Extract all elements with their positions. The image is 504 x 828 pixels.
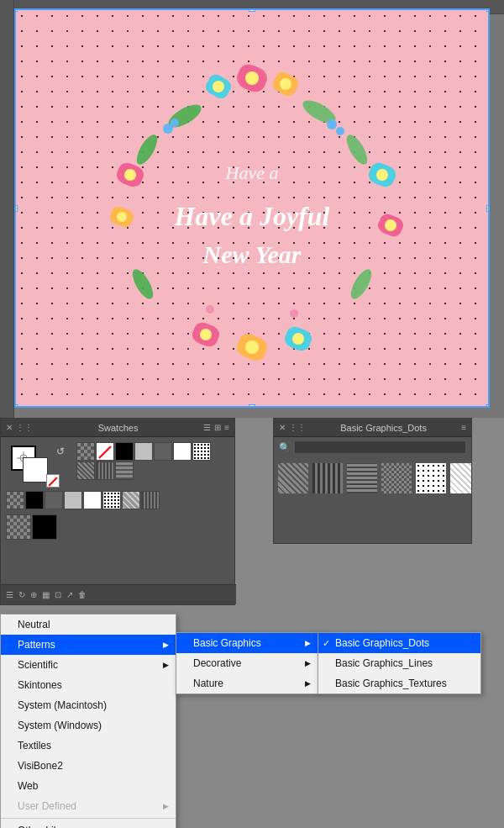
handle-bl[interactable] (14, 404, 18, 408)
swatches-grid-icon[interactable]: ⊞ (214, 423, 221, 432)
bg-search-icon: 🔍 (279, 442, 291, 453)
svg-point-32 (133, 131, 161, 167)
bg-expand-icon[interactable]: ⋮⋮ (289, 423, 306, 432)
svg-point-33 (343, 131, 371, 167)
menu-level1: Neutral Patterns Scientific Skintones Sy… (0, 614, 176, 828)
menu-basic-graphics[interactable]: Basic Graphics (176, 633, 318, 653)
menu-basic-graphics-lines[interactable]: Basic Graphics_Lines (318, 653, 480, 673)
swatches-list-view[interactable]: ☰ (6, 590, 13, 599)
color-pickers[interactable]: ↺ (11, 446, 70, 488)
swatches-move-icon[interactable]: ↗ (66, 590, 73, 599)
menu-neutral[interactable]: Neutral (1, 614, 176, 635)
handle-br[interactable] (486, 404, 490, 408)
canvas-area: Have a Have a Joyful New Year (0, 0, 504, 418)
swatch2-checker[interactable] (6, 491, 24, 509)
svg-point-35 (347, 266, 375, 302)
menu-basic-graphics-textures[interactable]: Basic Graphics_Textures (318, 673, 480, 694)
handle-ml[interactable] (14, 205, 18, 212)
swatches-menu-icon[interactable]: ≡ (224, 423, 229, 432)
bg-swatch-5[interactable] (449, 462, 471, 494)
menu-nature[interactable]: Nature (176, 673, 318, 694)
swatch-pattern1[interactable] (76, 461, 95, 480)
basic-graphics-panel: ✕ ⋮⋮ Basic Graphics_Dots ≡ 🔍 6 dpi 20% ☰… (273, 418, 472, 544)
swatch2-horiz[interactable] (141, 491, 160, 509)
swatches-collapse-icon[interactable]: ✕ (6, 423, 13, 432)
canvas-background[interactable]: Have a Have a Joyful New Year (14, 8, 490, 408)
swatch3-black[interactable] (32, 514, 57, 540)
swatch-none[interactable] (96, 442, 114, 461)
menu-separator (1, 818, 176, 819)
swatch2-ltgray[interactable] (64, 491, 82, 509)
bg-swatch-2[interactable] (312, 462, 344, 494)
menu-basic-graphics-dots[interactable]: Basic Graphics_Dots (318, 633, 480, 653)
swatch-pattern2[interactable] (96, 461, 114, 480)
floral-wreath: Have a Have a Joyful New Year (84, 49, 420, 368)
swatches-panel-header: ✕ ⋮⋮ Swatches ☰ ⊞ ≡ (1, 419, 234, 437)
svg-point-14 (117, 212, 127, 222)
menu-level2: Basic Graphics Decorative Nature (176, 632, 318, 694)
swatches-list-icon[interactable]: ☰ (203, 423, 211, 432)
menu-system-win[interactable]: System (Windows) (1, 715, 176, 736)
menu-other-library[interactable]: Other Library... (1, 820, 176, 828)
handle-tr[interactable] (486, 8, 490, 12)
svg-point-29 (292, 333, 304, 345)
menu-scientific[interactable]: Scientific (1, 655, 176, 675)
menu-textiles[interactable]: Textiles (1, 736, 176, 756)
menu-skintones[interactable]: Skintones (1, 675, 176, 695)
swatch-checker[interactable] (76, 442, 95, 461)
handle-tl[interactable] (14, 8, 18, 12)
menu-web[interactable]: Web (1, 776, 176, 796)
swatch-dots[interactable] (192, 442, 211, 461)
svg-point-20 (385, 219, 396, 231)
menu-patterns[interactable]: Patterns (1, 635, 176, 655)
bg-swatch-dots-1[interactable] (415, 462, 447, 494)
swatches-row3 (1, 511, 234, 543)
none-color[interactable] (46, 474, 60, 488)
handle-tc[interactable] (249, 8, 255, 12)
left-ruler (0, 0, 14, 418)
swatch-dark-gray[interactable] (154, 442, 172, 461)
swatches-delete-icon[interactable]: 🗑 (78, 590, 87, 599)
handle-mr[interactable] (486, 205, 490, 212)
svg-point-38 (327, 119, 337, 129)
swatches-folder-icon[interactable]: ▦ (42, 590, 50, 599)
menu-user-defined[interactable]: User Defined (1, 796, 176, 816)
swatch-stripes[interactable] (115, 461, 134, 480)
swatches-bottom-toolbar: ☰ ↻ ⊕ ▦ ⊡ ↗ 🗑 (1, 584, 236, 604)
svg-text:New Year: New Year (202, 240, 302, 268)
swatches-expand-icon[interactable]: ⋮⋮ (16, 423, 33, 432)
svg-text:Have a: Have a (225, 162, 279, 183)
swatch2-diag[interactable] (122, 491, 140, 509)
svg-point-5 (213, 81, 224, 92)
bg-swatch-1[interactable] (277, 462, 309, 494)
swatch2-black[interactable] (25, 491, 44, 509)
swatch-light-gray[interactable] (134, 442, 153, 461)
swatches-grid-area (76, 442, 229, 480)
bg-panel-title: Basic Graphics_Dots (340, 423, 427, 433)
swatch2-dots[interactable] (102, 491, 121, 509)
swatch2-white[interactable] (83, 491, 102, 509)
svg-point-8 (280, 78, 291, 90)
swatches-import-icon[interactable]: ⊡ (55, 590, 61, 599)
menu-visibone2[interactable]: VisiBone2 (1, 756, 176, 776)
menu-decorative[interactable]: Decorative (176, 653, 318, 673)
bg-swatch-4[interactable] (381, 462, 412, 494)
bg-close-icon[interactable]: ✕ (279, 423, 286, 432)
bg-swatch-3[interactable] (346, 462, 378, 494)
swatch3-checker[interactable] (6, 514, 31, 540)
handle-bc[interactable] (249, 404, 255, 408)
swatch-black[interactable] (115, 442, 134, 461)
swatch-white[interactable] (173, 442, 192, 461)
swatches-row2 (1, 489, 234, 511)
svg-point-41 (290, 309, 298, 318)
menu-system-mac[interactable]: System (Macintosh) (1, 695, 176, 715)
swatch2-gray[interactable] (45, 491, 63, 509)
swatches-link-icon[interactable]: ⊕ (30, 590, 37, 599)
bg-menu-icon[interactable]: ≡ (461, 423, 466, 432)
swap-colors-icon[interactable]: ↺ (56, 446, 65, 457)
color-picker-row: ↺ (1, 437, 234, 489)
bg-search-input[interactable] (294, 440, 466, 454)
svg-point-17 (376, 169, 388, 181)
swatches-add-icon[interactable]: ↻ (18, 590, 25, 599)
bg-color[interactable] (23, 457, 48, 483)
